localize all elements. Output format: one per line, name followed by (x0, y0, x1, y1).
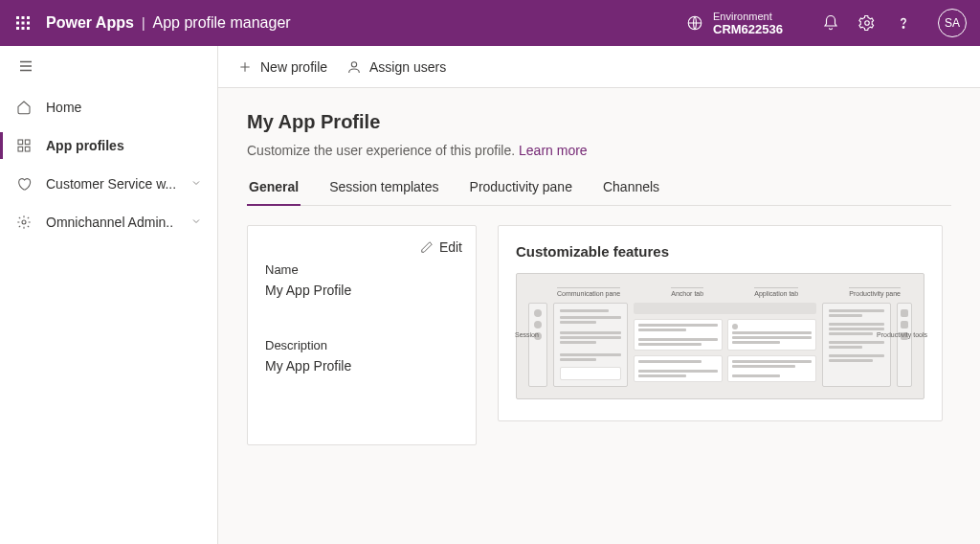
name-label: Name (265, 262, 458, 277)
svg-rect-5 (27, 22, 30, 25)
tab-channels[interactable]: Channels (601, 179, 661, 205)
callout-productivity-pane: Productivity pane (849, 287, 901, 297)
user-avatar[interactable]: SA (938, 9, 967, 37)
assign-users-button[interactable]: Assign users (346, 59, 446, 75)
apps-icon (15, 138, 33, 153)
svg-rect-12 (18, 140, 23, 145)
sidebar-item-label: App profiles (46, 138, 202, 153)
cmd-label: New profile (260, 59, 327, 75)
callout-anchor-tab: Anchor tab (671, 287, 703, 297)
features-title: Customizable features (516, 243, 924, 260)
new-profile-button[interactable]: New profile (237, 59, 327, 75)
diagram-main (634, 303, 816, 387)
page-title: My App Profile (247, 111, 951, 133)
edit-button[interactable]: Edit (420, 239, 462, 255)
profile-info-card: Edit Name My App Profile Description My … (247, 225, 477, 445)
svg-rect-0 (16, 16, 19, 19)
person-icon (346, 59, 362, 75)
page-name: App profile manager (153, 14, 291, 32)
command-bar: New profile Assign users (218, 46, 980, 88)
svg-rect-15 (25, 147, 30, 151)
top-header: Power Apps | App profile manager Environ… (0, 0, 980, 46)
callout-session: Session (515, 331, 539, 338)
svg-point-16 (22, 220, 26, 224)
diagram-comm-pane (553, 303, 628, 387)
brand-separator: | (142, 15, 145, 31)
svg-rect-4 (22, 22, 25, 25)
features-diagram: Communication pane Anchor tab Applicatio… (516, 273, 924, 399)
svg-point-17 (351, 61, 356, 66)
environment-picker[interactable]: Environment CRM622536 (686, 11, 783, 36)
callout-comm-pane: Communication pane (557, 287, 620, 297)
diagram-session-col (528, 303, 547, 387)
chevron-down-icon (190, 215, 202, 230)
description-value: My App Profile (265, 358, 458, 374)
tab-general[interactable]: General (247, 179, 301, 206)
svg-rect-14 (18, 147, 23, 151)
svg-rect-2 (27, 16, 30, 19)
name-value: My App Profile (265, 283, 458, 298)
diagram-productivity-pane (822, 303, 891, 387)
callout-application-tab: Application tab (754, 287, 798, 297)
sidebar: Home App profiles Customer Service w... … (0, 46, 218, 544)
features-card: Customizable features Communication pane… (498, 225, 943, 421)
heart-icon (15, 176, 33, 192)
environment-label: Environment (713, 11, 783, 22)
sidebar-item-label: Customer Service w... (46, 176, 177, 192)
diagram-productivity-tools (897, 303, 912, 387)
svg-rect-3 (16, 22, 19, 25)
tab-session-templates[interactable]: Session templates (327, 179, 440, 205)
sidebar-item-label: Home (46, 100, 202, 115)
svg-point-11 (902, 27, 904, 29)
environment-name: CRM622536 (713, 22, 783, 36)
plus-icon (237, 59, 253, 75)
tabs: General Session templates Productivity p… (247, 179, 951, 206)
svg-rect-8 (27, 27, 30, 30)
pencil-icon (420, 240, 434, 254)
svg-rect-13 (25, 140, 30, 145)
svg-rect-6 (16, 27, 19, 30)
page-description: Customize the user experience of this pr… (247, 143, 951, 158)
svg-rect-7 (22, 27, 25, 30)
sidebar-item-home[interactable]: Home (0, 88, 217, 126)
callout-productivity-tools: Productivity tools (877, 331, 927, 338)
sidebar-item-customer-service[interactable]: Customer Service w... (0, 165, 217, 203)
app-launcher-icon[interactable] (8, 8, 38, 38)
notifications-icon[interactable] (821, 13, 840, 33)
brand-name: Power Apps (46, 14, 134, 32)
svg-rect-1 (22, 16, 25, 19)
menu-toggle-icon[interactable] (17, 57, 34, 78)
learn-more-link[interactable]: Learn more (519, 143, 588, 158)
home-icon (15, 100, 33, 115)
gear-alt-icon (15, 215, 33, 230)
cmd-label: Assign users (369, 59, 446, 75)
globe-icon (686, 14, 703, 32)
tab-productivity-pane[interactable]: Productivity pane (468, 179, 574, 205)
description-label: Description (265, 338, 458, 352)
sidebar-item-app-profiles[interactable]: App profiles (0, 126, 217, 165)
help-icon[interactable] (894, 13, 913, 33)
sidebar-item-omnichannel-admin[interactable]: Omnichannel Admin.. (0, 203, 217, 241)
settings-icon[interactable] (858, 13, 877, 33)
svg-point-10 (865, 21, 870, 26)
sidebar-item-label: Omnichannel Admin.. (46, 215, 177, 230)
chevron-down-icon (190, 176, 202, 192)
